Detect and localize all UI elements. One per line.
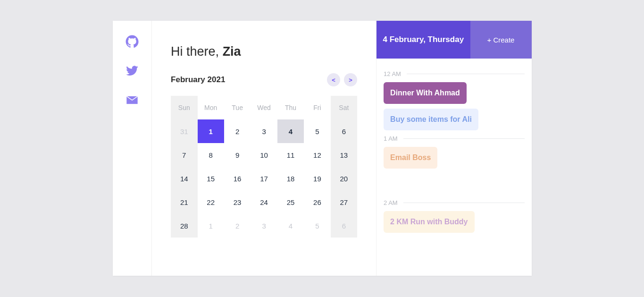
mail-icon[interactable] xyxy=(125,93,139,109)
greeting-prefix: Hi there, xyxy=(171,44,223,59)
calendar-day[interactable]: 5 xyxy=(304,119,330,143)
weekday-header: Fri xyxy=(304,96,330,119)
calendar-day[interactable]: 14 xyxy=(171,167,197,190)
calendar-day[interactable]: 6 xyxy=(331,214,357,238)
weekday-header: Wed xyxy=(251,96,277,119)
calendar-day[interactable]: 12 xyxy=(304,143,330,167)
calendar-day[interactable]: 10 xyxy=(251,143,277,167)
calendar-day[interactable]: 4 xyxy=(277,214,304,238)
events-pane: 4 February, Thursday + Create 12 AMDinne… xyxy=(376,21,531,276)
hour-label: 12 AM xyxy=(384,70,524,77)
calendar-day[interactable]: 26 xyxy=(304,190,330,214)
calendar-day[interactable]: 9 xyxy=(224,143,251,167)
calendar-day[interactable]: 2 xyxy=(224,119,251,143)
weekday-header: Mon xyxy=(198,96,224,119)
calendar-day[interactable]: 24 xyxy=(251,190,277,214)
calendar-day[interactable]: 16 xyxy=(224,167,251,190)
calendar-day[interactable]: 19 xyxy=(304,167,330,190)
calendar-day[interactable]: 3 xyxy=(251,214,277,238)
calendar-day[interactable]: 5 xyxy=(304,214,330,238)
calendar-day[interactable]: 27 xyxy=(331,190,357,214)
sidebar xyxy=(113,21,152,276)
month-bar: February 2021 < > xyxy=(171,73,357,86)
month-nav: < > xyxy=(327,73,357,86)
calendar-pane: Hi there, Zia February 2021 < > SunMonTu… xyxy=(152,21,376,276)
weekday-header: Sat xyxy=(331,96,357,119)
month-label: February 2021 xyxy=(171,75,225,85)
weekday-header: Thu xyxy=(277,96,304,119)
hour-label: 2 AM xyxy=(384,199,524,206)
event-item[interactable]: Buy some items for Ali xyxy=(384,109,478,130)
events-body[interactable]: 12 AMDinner With AhmadBuy some items for… xyxy=(376,59,531,276)
calendar-day[interactable]: 31 xyxy=(171,119,197,143)
calendar-day[interactable]: 2 xyxy=(224,214,251,238)
events-header: 4 February, Thursday + Create xyxy=(376,21,531,59)
greeting: Hi there, Zia xyxy=(171,44,357,59)
calendar-day[interactable]: 1 xyxy=(198,119,224,143)
create-event-button[interactable]: + Create xyxy=(470,21,532,59)
twitter-icon[interactable] xyxy=(125,64,139,79)
github-icon[interactable] xyxy=(125,35,139,50)
weekday-header: Sun xyxy=(171,96,197,119)
calendar-day[interactable]: 6 xyxy=(331,119,357,143)
selected-date-chip: 4 February, Thursday xyxy=(376,21,470,59)
calendar-day[interactable]: 11 xyxy=(277,143,304,167)
event-item[interactable]: Email Boss xyxy=(384,147,437,169)
calendar-day[interactable]: 8 xyxy=(198,143,224,167)
calendar-day[interactable]: 22 xyxy=(198,190,224,214)
calendar-day[interactable]: 7 xyxy=(171,143,197,167)
calendar-grid: SunMonTueWedThuFriSat 311234567891011121… xyxy=(171,96,357,238)
hour-label: 1 AM xyxy=(384,135,524,142)
calendar-day[interactable]: 17 xyxy=(251,167,277,190)
calendar-day[interactable]: 1 xyxy=(198,214,224,238)
calendar-day[interactable]: 4 xyxy=(277,119,304,143)
calendar-day[interactable]: 25 xyxy=(277,190,304,214)
calendar-day[interactable]: 20 xyxy=(331,167,357,190)
event-item[interactable]: Dinner With Ahmad xyxy=(384,82,467,104)
calendar-day[interactable]: 13 xyxy=(331,143,357,167)
next-month-button[interactable]: > xyxy=(344,73,357,86)
event-item[interactable]: 2 KM Run with Buddy xyxy=(384,211,474,233)
calendar-day[interactable]: 23 xyxy=(224,190,251,214)
weekday-header: Tue xyxy=(224,96,251,119)
calendar-day[interactable]: 21 xyxy=(171,190,197,214)
app-root: Hi there, Zia February 2021 < > SunMonTu… xyxy=(113,21,532,276)
prev-month-button[interactable]: < xyxy=(327,73,340,86)
calendar-day[interactable]: 3 xyxy=(251,119,277,143)
calendar-day[interactable]: 18 xyxy=(277,167,304,190)
calendar-day[interactable]: 15 xyxy=(198,167,224,190)
greeting-name: Zia xyxy=(223,44,241,59)
calendar-day[interactable]: 28 xyxy=(171,214,197,238)
